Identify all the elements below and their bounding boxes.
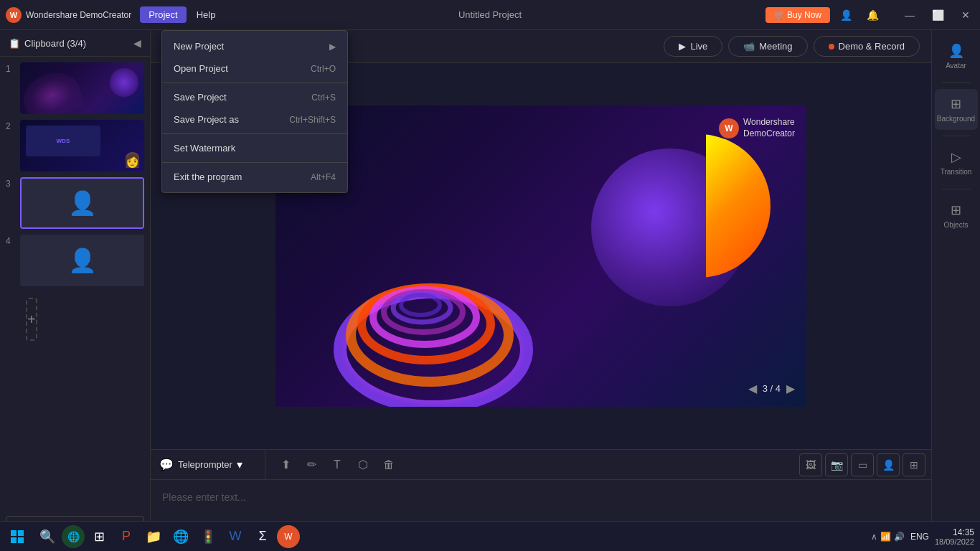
minimize-button[interactable]: — — [900, 8, 919, 22]
delete-tool-button[interactable]: 🗑 — [377, 453, 400, 476]
menu-save-project[interactable]: Save Project Ctrl+S — [162, 86, 347, 108]
taskbar-search-icon[interactable]: 🔍 — [34, 524, 60, 550]
taskbar-transit-icon[interactable]: 🚦 — [195, 524, 221, 550]
tray-up-icon[interactable]: ∧ — [871, 532, 877, 542]
system-tray-icons: ∧ 📶 🔊 — [871, 532, 905, 542]
menu-exit-program[interactable]: Exit the program Alt+F4 — [162, 166, 347, 188]
sidebar-left: 📋 Clipboard (3/4) ◀ 1 — [0, 30, 151, 551]
taskbar-powerpoint-icon[interactable]: P — [113, 524, 139, 550]
network-icon[interactable]: 📶 — [880, 532, 891, 542]
sidebar-right-background[interactable]: ⊞ Background — [935, 89, 978, 130]
clip-item-1[interactable]: 1 — [6, 62, 144, 114]
preview-background: W Wondershare DemoCreator ◀ 3 / 4 ▶ — [275, 105, 806, 407]
add-clip-num — [6, 292, 14, 347]
volume-icon[interactable]: 🔊 — [894, 532, 905, 542]
teleprompter-section: 💬 Teleprompter ▾ ⬆ ✏ T ⬡ 🗑 — [151, 450, 793, 479]
taskbar-apps-icon[interactable]: ⊞ — [86, 524, 112, 550]
shape-tool-button[interactable]: ⬡ — [352, 453, 374, 476]
logo-overlay-icon: W — [719, 118, 739, 138]
set-watermark-label: Set Watermark — [174, 143, 235, 154]
meeting-button[interactable]: 📹 Meeting — [728, 36, 807, 57]
demo-record-label: Demo & Record — [839, 41, 905, 52]
notification-icon[interactable]: 🔔 — [862, 8, 883, 22]
logo-overlay-text: Wondershare DemoCreator — [743, 117, 795, 139]
clipboard-title: 📋 Clipboard (3/4) — [9, 38, 86, 49]
clip-thumb-2[interactable]: WDS 👩 — [20, 120, 144, 171]
sidebar-right-avatar[interactable]: 👤 Avatar — [935, 36, 978, 77]
demo-record-button[interactable]: Demo & Record — [814, 36, 920, 57]
clip-thumb-1[interactable] — [20, 62, 144, 114]
sidebar-right: 👤 Avatar ⊞ Background ▷ Transition ⊞ Obj… — [931, 30, 980, 551]
taskbar-browser1-icon[interactable]: 🌐 — [62, 525, 85, 548]
clip-list: 1 2 WDS — [0, 57, 150, 510]
clip-item-2[interactable]: 2 WDS 👩 — [6, 120, 144, 171]
project-dropdown: New Project ▶ Open Project Ctrl+O Save P… — [161, 30, 348, 193]
maximize-button[interactable]: ⬜ — [928, 8, 948, 22]
clip-item-3[interactable]: 3 👤 — [6, 177, 144, 229]
avatar-right-label: Avatar — [946, 62, 966, 70]
background-icon: ⊞ — [951, 96, 961, 112]
taskbar-chrome-icon[interactable]: 🌐 — [168, 524, 194, 550]
user-icon[interactable]: 👤 — [836, 8, 857, 22]
menu-help[interactable]: Help — [188, 6, 225, 23]
person-icon-4: 👤 — [68, 247, 97, 274]
page-number: 3 / 4 — [763, 383, 781, 394]
windows-logo-icon — [10, 529, 24, 544]
save-project-as-label: Save Project as — [174, 114, 239, 125]
live-label: Live — [690, 41, 707, 52]
teleprompter-tools: ⬆ ✏ T ⬡ 🗑 — [265, 453, 793, 476]
next-page-button[interactable]: ▶ — [786, 382, 795, 395]
textbox-tool-button[interactable]: T — [326, 453, 349, 476]
main-layout: 📋 Clipboard (3/4) ◀ 1 — [0, 30, 980, 551]
menu-set-watermark[interactable]: Set Watermark — [162, 137, 347, 159]
time-display: 14:35 — [935, 527, 974, 537]
teleprompter-header[interactable]: 💬 Teleprompter ▾ — [151, 450, 265, 479]
taskbar-right: ∧ 📶 🔊 ENG 14:35 18/09/2022 — [871, 527, 974, 546]
teleprompter-dropdown-icon[interactable]: ▾ — [237, 458, 242, 471]
menu-open-project[interactable]: Open Project Ctrl+O — [162, 57, 347, 80]
exit-program-shortcut: Alt+F4 — [311, 172, 336, 182]
insert-screenshot-button[interactable]: 📷 — [825, 453, 848, 476]
buy-now-button[interactable]: 🛒 Buy Now — [765, 7, 830, 23]
taskbar-word-icon[interactable]: W — [222, 524, 248, 550]
cursor-tool-button[interactable]: ⬆ — [274, 453, 297, 476]
add-clip-button[interactable]: + — [26, 298, 37, 341]
date-display: 18/09/2022 — [935, 537, 974, 546]
collapse-sidebar-button[interactable]: ◀ — [133, 37, 141, 49]
taskbar: 🔍 🌐 ⊞ P 📁 🌐 🚦 W Σ W ∧ 📶 🔊 ENG 14:35 18/0… — [0, 521, 980, 551]
insert-multi-button[interactable]: ⊞ — [903, 453, 925, 476]
title-bar: W Wondershare DemoCreator Project Help U… — [0, 0, 980, 30]
sidebar-right-objects[interactable]: ⊞ Objects — [935, 195, 978, 236]
open-project-label: Open Project — [174, 63, 228, 74]
pen-tool-button[interactable]: ✏ — [300, 453, 323, 476]
sidebar-right-transition[interactable]: ▷ Transition — [935, 142, 978, 183]
clip-item-4[interactable]: 4 👤 — [6, 235, 144, 286]
language-indicator[interactable]: ENG — [910, 532, 929, 542]
clipboard-header: 📋 Clipboard (3/4) ◀ — [0, 30, 150, 57]
prev-page-button[interactable]: ◀ — [748, 382, 757, 395]
live-button[interactable]: ▶ Live — [664, 36, 722, 57]
insert-person-button[interactable]: 👤 — [877, 453, 900, 476]
insert-image-button[interactable]: 🖼 — [799, 453, 822, 476]
menu-project[interactable]: Project — [140, 6, 186, 23]
clip-placeholder-3: 👤 — [22, 179, 143, 227]
content-area: 📋 Clipboard (3/4) ◀ 1 — [0, 30, 980, 551]
save-project-as-shortcut: Ctrl+Shift+S — [289, 115, 336, 125]
right-divider-1 — [942, 83, 971, 83]
taskbar-app5-icon[interactable]: Σ — [250, 524, 275, 550]
insert-video-button[interactable]: ▭ — [851, 453, 874, 476]
taskbar-files-icon[interactable]: 📁 — [141, 524, 166, 550]
save-project-label: Save Project — [174, 92, 227, 103]
clip-thumb-3[interactable]: 👤 — [20, 177, 144, 229]
close-button[interactable]: ✕ — [957, 8, 974, 22]
right-divider-2 — [942, 136, 971, 136]
menu-new-project[interactable]: New Project ▶ — [162, 35, 347, 57]
menu-save-project-as[interactable]: Save Project as Ctrl+Shift+S — [162, 108, 347, 131]
meeting-icon: 📹 — [743, 41, 755, 52]
taskbar-democreator-icon[interactable]: W — [277, 525, 300, 548]
clock-display: 14:35 18/09/2022 — [935, 527, 974, 546]
clip-thumb-4[interactable]: 👤 — [20, 235, 144, 286]
add-clip-item: + — [6, 292, 144, 347]
transition-right-label: Transition — [941, 168, 972, 176]
start-button[interactable] — [6, 525, 29, 548]
